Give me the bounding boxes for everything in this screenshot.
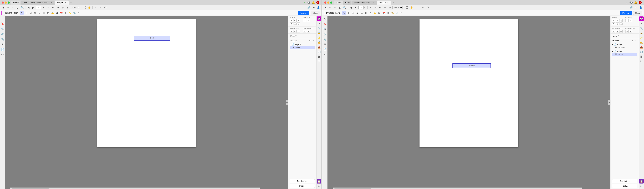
- strip-export-btn-1[interactable]: 📤: [317, 45, 321, 49]
- tab-new-features-close-1[interactable]: ×: [50, 1, 53, 4]
- tab-test-pdf-1[interactable]: test.pdf ×: [55, 0, 68, 4]
- strip-scissors-btn-2[interactable]: ✂: [639, 184, 644, 188]
- strip-convert-btn-1[interactable]: 🔄: [317, 50, 321, 54]
- zoom-in-btn-2[interactable]: ⊕: [388, 6, 392, 10]
- right-panel-collapse-1[interactable]: ◀: [286, 100, 288, 105]
- form-btn-tool-2[interactable]: ◻: [369, 11, 372, 15]
- form-attach-tool-2[interactable]: 📎: [395, 11, 399, 15]
- strip-scissors-btn-1[interactable]: ✂: [317, 184, 321, 188]
- form-barcode-tool-2[interactable]: ≡: [386, 11, 390, 15]
- preview-btn-2[interactable]: Preview: [620, 11, 632, 15]
- search-btn-2[interactable]: 🔍: [342, 6, 346, 10]
- marquee-zoom-2[interactable]: ⛶: [405, 6, 409, 10]
- sidebar-cursor-icon-2[interactable]: ↖: [323, 17, 327, 20]
- maximize-window-btn[interactable]: [8, 1, 10, 4]
- tree-item-text30-2[interactable]: ☰ Text3#0: [612, 46, 637, 49]
- match-wh-btn-1[interactable]: ⊡: [297, 30, 300, 33]
- home-toolbar-btn-2[interactable]: ⌂: [333, 6, 337, 10]
- notification-icon-1[interactable]: 🔔: [312, 1, 315, 4]
- bookmark-toolbar-btn-1[interactable]: ☆: [6, 6, 10, 10]
- undo-btn-1[interactable]: ↩: [51, 6, 55, 10]
- form-sign-tool-1[interactable]: ✍: [51, 11, 54, 15]
- form-list-tool-1[interactable]: ☰: [38, 11, 41, 15]
- share-btn-2[interactable]: 🔗: [629, 6, 633, 10]
- strip-protect-btn-2[interactable]: 🔒: [639, 31, 644, 35]
- chat-icon-1[interactable]: 💬: [307, 1, 310, 4]
- text-select-1[interactable]: T: [94, 6, 98, 10]
- tab-test-pdf-close-1[interactable]: ×: [64, 1, 67, 4]
- minimize-window-btn-2[interactable]: [327, 1, 329, 4]
- close-form-btn-2[interactable]: Close: [633, 11, 642, 15]
- pan-tool-1[interactable]: ✋: [87, 6, 91, 10]
- match-w-btn-2[interactable]: W: [612, 30, 615, 33]
- strip-shield-btn-2[interactable]: 🛡: [639, 59, 644, 64]
- next-page-btn-2[interactable]: ▶: [354, 6, 358, 10]
- align-middle-btn-2[interactable]: ⊥: [616, 22, 619, 25]
- align-left-btn-2[interactable]: ⫷: [612, 19, 615, 22]
- strip-export-btn-2[interactable]: 📤: [639, 45, 644, 49]
- form-attach-tool-1[interactable]: 📎: [73, 11, 76, 15]
- sidebar-layers-icon-2[interactable]: ⊞: [323, 42, 327, 46]
- back-btn-2[interactable]: ◀: [324, 6, 328, 10]
- more-btn-1[interactable]: More ▾: [290, 34, 315, 37]
- sign-in-btn-2[interactable]: 👤: [639, 6, 643, 10]
- form-btn-tool-1[interactable]: ◻: [46, 11, 50, 15]
- fields-add-btn-1[interactable]: +: [312, 39, 315, 42]
- edit-pdf-2[interactable]: ✎: [421, 6, 425, 10]
- sign-in-btn-1[interactable]: 👤: [316, 6, 320, 10]
- edit-pdf-1[interactable]: ✎: [98, 6, 102, 10]
- bookmark-toolbar-btn-2[interactable]: ☆: [328, 6, 332, 10]
- comment-btn-2[interactable]: 🗨: [426, 6, 430, 10]
- tree-page1-header-2[interactable]: ▾ 📄 Page 1: [612, 43, 637, 46]
- prev-page-btn-2[interactable]: ◀: [349, 6, 353, 10]
- distribute-btn-2[interactable]: Distribute...: [612, 179, 637, 183]
- strip-enhance-btn-1[interactable]: ✨: [317, 35, 321, 40]
- pdf-field-text3-1[interactable]: Text3: [134, 36, 170, 41]
- center-h-btn-1[interactable]: ↔: [303, 19, 306, 22]
- tab-tools-1[interactable]: Tools: [21, 0, 29, 4]
- notification-icon-2[interactable]: 🔔: [634, 1, 637, 4]
- search-btn-1[interactable]: 🔍: [20, 6, 24, 10]
- form-radio-tool-1[interactable]: ◉: [33, 11, 37, 15]
- zoom-select-1[interactable]: 163%: [70, 6, 80, 9]
- sidebar-search-icon-1[interactable]: 🔍: [1, 27, 4, 31]
- sidebar-attachment-icon-2[interactable]: 📎: [323, 37, 327, 41]
- maximize-window-btn-2[interactable]: [330, 1, 332, 4]
- align-left-btn-1[interactable]: ⫷: [290, 19, 293, 22]
- sidebar-link-icon-1[interactable]: 🔗: [1, 32, 4, 36]
- form-measure-tool-1[interactable]: 📏: [68, 11, 72, 15]
- dist-h-btn-1[interactable]: ⇿: [303, 30, 306, 33]
- new-tab-btn-2[interactable]: +: [391, 0, 395, 4]
- redo-btn-1[interactable]: ↪: [56, 6, 60, 10]
- right-panel-collapse-2[interactable]: ◀: [608, 100, 610, 105]
- tab-test-pdf-2[interactable]: test.pdf ×: [377, 0, 391, 4]
- distribute-btn-1[interactable]: Distribute...: [290, 179, 315, 183]
- minimize-window-btn[interactable]: [5, 1, 7, 4]
- close-window-btn-2[interactable]: [324, 1, 326, 4]
- page-input-2[interactable]: 2: [358, 6, 364, 9]
- strip-tools-btn-2[interactable]: 🔧: [639, 26, 644, 30]
- form-help-tool-2[interactable]: ?: [400, 11, 403, 15]
- tree-item-text31-2[interactable]: ☰ Text3#1: [612, 53, 637, 56]
- strip-share-btn-2[interactable]: ↗: [639, 21, 644, 25]
- print-btn-1[interactable]: 🖨: [15, 6, 20, 10]
- sidebar-bookmark-icon-1[interactable]: 🔖: [1, 22, 4, 25]
- center-v-btn-2[interactable]: ↕: [629, 19, 632, 22]
- back-btn-1[interactable]: ◀: [1, 6, 5, 10]
- pdf-field-text3-2[interactable]: Text3#1: [452, 63, 491, 68]
- dist-h-btn-2[interactable]: ⇿: [625, 30, 629, 33]
- email-btn-2[interactable]: ✉: [634, 6, 638, 10]
- page-input-1[interactable]: 1: [36, 6, 41, 9]
- align-right-btn-1[interactable]: ⫹: [297, 19, 300, 22]
- h-scrollbar-2[interactable]: [332, 188, 582, 189]
- comment-btn-1[interactable]: 🗨: [103, 6, 107, 10]
- sidebar-link-icon-2[interactable]: 🔗: [323, 32, 327, 36]
- align-right-btn-2[interactable]: ⫹: [619, 19, 622, 22]
- sidebar-layers-icon-1[interactable]: ⊞: [1, 42, 4, 46]
- sidebar-cursor-icon-1[interactable]: ↖: [1, 17, 4, 20]
- form-image-tool-1[interactable]: 🖼: [55, 11, 59, 15]
- zoom-select-2[interactable]: 163%: [392, 6, 402, 9]
- track-btn-2[interactable]: Track...: [612, 184, 637, 188]
- dist-v-btn-1[interactable]: ⇳: [307, 30, 310, 33]
- tab-test-pdf-close-2[interactable]: ×: [386, 1, 389, 4]
